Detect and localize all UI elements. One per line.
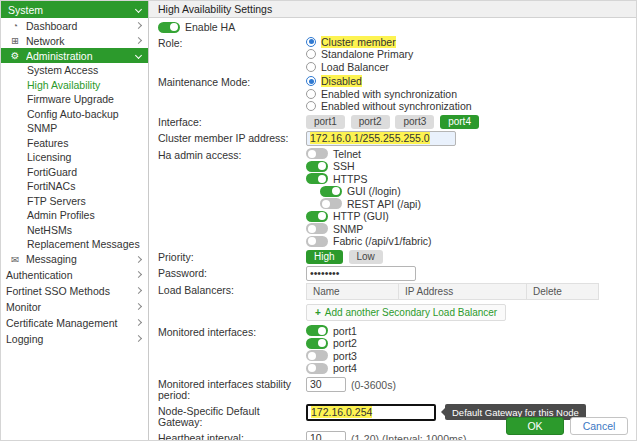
password-label: Password: [158,266,306,280]
port2-button[interactable]: port2 [351,115,390,129]
role-option-cluster-member[interactable]: Cluster member [306,36,628,49]
ha-access-ssh[interactable]: SSH [306,160,628,173]
toggle-off-icon [306,223,328,234]
role-option-load-balancer[interactable]: Load Balancer [306,61,628,74]
sidebar-item-fortinet-sso-methods[interactable]: Fortinet SSO Methods [1,283,148,299]
sidebar-item-fortinacs[interactable]: FortiNACs [1,179,148,194]
heartbeat-interval-hint: (1-20) (Interval: 1000ms) [351,431,467,441]
monitored-port1[interactable]: port1 [306,325,628,338]
maintenance-option-enabled-without-sync[interactable]: Enabled without synchronization [306,100,628,113]
password-input[interactable] [306,266,416,281]
page-title: High Availability Settings [158,3,272,15]
stability-period-label: Monitored interfaces stability period: [158,377,306,402]
toggle-label: port2 [333,337,357,349]
sidebar-item-nethsms[interactable]: NetHSMs [1,223,148,238]
toggle-on-icon [306,325,328,336]
ha-access-fabric[interactable]: Fabric (/api/v1/fabric) [306,235,628,248]
chevron-down-icon [135,52,142,59]
ha-admin-access-label: Ha admin access: [158,148,306,162]
ha-access-rest-api[interactable]: REST API (/api) [306,198,628,211]
sidebar-item-licensing[interactable]: Licensing [1,150,148,165]
radio-icon [306,62,316,72]
chevron-right-icon [135,303,142,310]
sidebar-item-certificate-management[interactable]: Certificate Management [1,315,148,331]
role-label: Role: [158,36,306,50]
stability-period-row: Monitored interfaces stability period: (… [158,377,628,402]
toggle-on-icon [320,186,342,197]
sidebar-item-ftp-servers[interactable]: FTP Servers [1,194,148,209]
sidebar-item-administration[interactable]: ⚙ Administration [1,48,148,63]
stability-period-input[interactable] [306,377,346,392]
cluster-ip-input[interactable]: 172.16.0.1/255.255.255.0 [306,131,456,146]
chevron-right-icon [135,319,142,326]
maintenance-option-disabled[interactable]: Disabled [306,75,628,88]
ha-access-https[interactable]: HTTPS [306,173,628,186]
add-load-balancer-button[interactable]: + Add another Secondary Load Balancer [306,304,506,321]
sidebar-item-firmware-upgrade[interactable]: Firmware Upgrade [1,92,148,107]
sidebar-item-authentication[interactable]: Authentication [1,267,148,283]
toggle-off-icon [320,198,342,209]
sidebar-item-system-access[interactable]: System Access [1,63,148,78]
monitored-port2[interactable]: port2 [306,337,628,350]
port3-button[interactable]: port3 [395,115,434,129]
radio-icon [306,101,316,111]
sidebar-item-high-availability[interactable]: High Availability [1,78,148,93]
sidebar-item-features[interactable]: Features [1,136,148,151]
ok-button[interactable]: OK [506,417,564,435]
sidebar-header-system[interactable]: System [1,1,148,18]
heartbeat-interval-label: Heartbeat interval: [158,431,306,441]
ha-access-snmp[interactable]: SNMP [306,223,628,236]
sidebar-item-fortiguard[interactable]: FortiGuard [1,165,148,180]
ha-access-telnet[interactable]: Telnet [306,148,628,161]
priority-label: Priority: [158,250,306,264]
column-header-delete: Delete [527,283,599,299]
role-option-label: Load Balancer [321,61,389,73]
sidebar-item-messaging[interactable]: ✉ Messaging [1,252,148,267]
toggle-on-icon [306,338,328,349]
toggle-label: REST API (/api) [347,198,421,210]
ha-access-http-gui[interactable]: HTTP (GUI) [306,210,628,223]
monitored-port4[interactable]: port4 [306,362,628,375]
ha-settings-form: Enable HA Role: Cluster member Standalon… [149,18,636,440]
sidebar-item-snmp[interactable]: SNMP [1,121,148,136]
sidebar-item-monitor[interactable]: Monitor [1,299,148,315]
monitored-port3[interactable]: port3 [306,350,628,363]
load-balancers-table: Name IP Address Delete [306,283,599,300]
sidebar-item-dashboard[interactable]: ◔ Dashboard [1,18,148,33]
priority-low-button[interactable]: Low [349,250,383,264]
radio-icon [306,49,316,59]
maintenance-option-enabled-with-sync[interactable]: Enabled with synchronization [306,88,628,101]
toggle-label: Fabric (/api/v1/fabric) [333,235,432,247]
role-option-standalone-primary[interactable]: Standalone Primary [306,48,628,61]
enable-ha-toggle[interactable] [158,22,180,33]
toggle-off-icon [306,350,328,361]
ha-access-gui-login[interactable]: GUI (/login) [306,185,628,198]
sidebar-item-label: Authentication [6,269,73,281]
add-load-balancer-label: Add another Secondary Load Balancer [325,307,497,318]
sidebar-item-replacement-messages[interactable]: Replacement Messages [1,237,148,252]
port4-button[interactable]: port4 [440,115,479,129]
sidebar-header-label: System [8,4,43,16]
column-header-name: Name [307,283,399,299]
sidebar-item-label: Logging [6,333,43,345]
port1-button[interactable]: port1 [306,115,345,129]
chevron-right-icon [135,287,142,294]
chevron-right-icon [135,335,142,342]
sidebar-item-network[interactable]: ⊞ Network [1,33,148,48]
toggle-on-icon [306,161,328,172]
toggle-label: HTTP (GUI) [333,210,389,222]
sidebar: System ◔ Dashboard ⊞ Network ⚙ Administr… [1,1,149,440]
sidebar-item-logging[interactable]: Logging [1,331,148,347]
heartbeat-interval-input[interactable] [306,431,346,441]
toggle-off-icon [306,148,328,159]
cluster-ip-value: 172.16.0.1/255.255.255.0 [310,132,430,144]
cancel-button[interactable]: Cancel [570,417,628,435]
role-row: Role: Cluster member Standalone Primary … [158,36,628,74]
sidebar-item-config-auto-backup[interactable]: Config Auto-backup [1,107,148,122]
sidebar-item-label: Dashboard [26,20,131,32]
radio-selected-icon [306,37,316,47]
sidebar-item-admin-profiles[interactable]: Admin Profiles [1,208,148,223]
default-gateway-label: Node-Specific Default Gateway: [158,404,306,429]
priority-high-button[interactable]: High [306,250,343,264]
default-gateway-input[interactable]: 172.16.0.254 [306,404,436,421]
